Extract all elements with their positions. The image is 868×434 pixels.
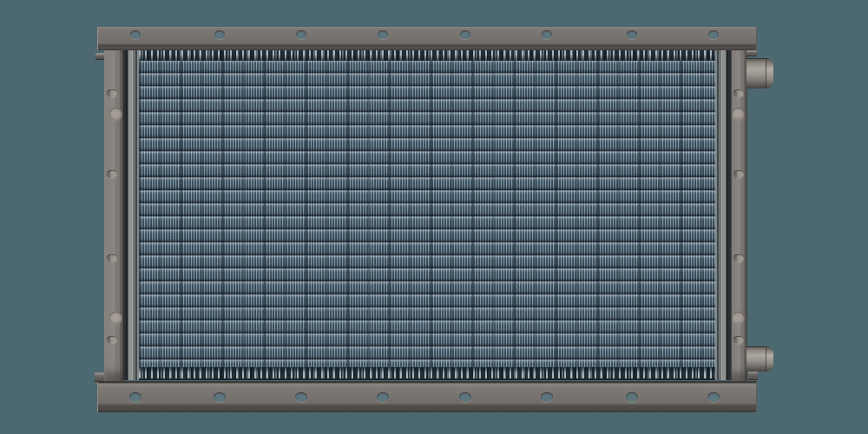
bolt-hole	[460, 31, 470, 39]
right-plate-slot-hole	[733, 336, 744, 344]
right-plate-slot-hole	[733, 89, 744, 97]
bolt-hole	[541, 393, 553, 402]
top-left-bracket-tab	[95, 53, 104, 60]
bolt-hole	[377, 393, 389, 402]
left-plate-slot-hole	[107, 170, 117, 178]
right-plate-slot-hole	[733, 170, 744, 178]
bolt-hole	[296, 31, 306, 39]
fin-bottom-edge-band	[139, 367, 717, 378]
bottom-left-bracket-tab	[95, 372, 104, 382]
bolt-hole	[459, 393, 471, 402]
bolt-hole	[378, 31, 388, 39]
bottom-right-bracket-tab	[748, 371, 758, 380]
left-plate-slot-hole	[107, 89, 117, 97]
lower-pipe-stub	[746, 346, 773, 372]
right-tube-sheet-edge	[715, 49, 731, 380]
bottom-flange	[97, 381, 757, 412]
top-right-bracket-tab	[746, 50, 757, 56]
fin-top-edge-band	[139, 49, 717, 61]
right-plate-circle-hole	[732, 108, 745, 121]
bolt-hole	[542, 31, 552, 39]
upper-pipe-stub	[746, 58, 773, 89]
bolt-hole	[214, 31, 225, 39]
left-tube-sheet-edge	[123, 49, 139, 380]
bolt-hole	[626, 393, 638, 402]
left-plate-slot-hole	[107, 336, 117, 344]
bolt-hole	[129, 393, 141, 402]
right-plate-slot-hole	[733, 254, 744, 262]
top-flange	[97, 27, 757, 50]
fin-core	[139, 49, 717, 380]
bolt-hole	[214, 393, 226, 402]
bolt-hole	[707, 393, 720, 402]
left-side-plate	[104, 49, 123, 381]
bolt-hole	[130, 31, 141, 39]
bolt-hole	[627, 31, 637, 39]
right-plate-circle-hole	[732, 312, 745, 325]
left-plate-circle-hole	[109, 108, 122, 121]
right-side-plate	[731, 49, 747, 381]
heat-exchanger-render: 3D render of a finned-tube heat exchange…	[0, 0, 868, 434]
left-plate-slot-hole	[107, 254, 117, 262]
left-plate-circle-hole	[109, 312, 122, 325]
bolt-hole	[295, 393, 307, 402]
bolt-hole	[708, 31, 719, 39]
